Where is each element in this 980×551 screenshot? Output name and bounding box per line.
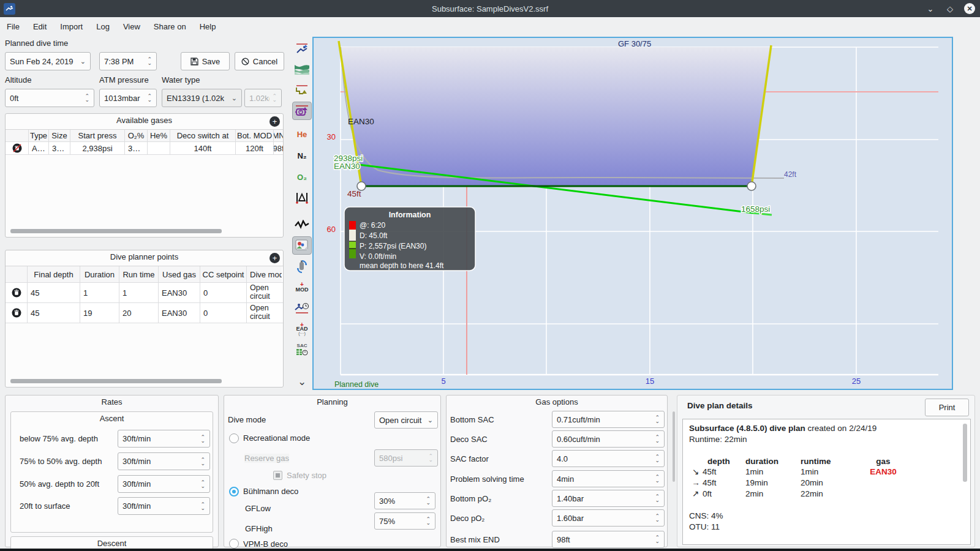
- time-tick-25: 25: [852, 377, 861, 386]
- he-icon: He: [297, 130, 307, 139]
- delete-point-icon[interactable]: [12, 308, 21, 318]
- gases-col-o2[interactable]: O₂%: [125, 130, 148, 141]
- dive-profile-chart[interactable]: GF 30/75 EAN30 2938psi EAN30 45ft 42ft 1…: [312, 37, 953, 390]
- toolbar-tissue-heatmap-button[interactable]: [292, 189, 312, 207]
- menu-file[interactable]: File: [0, 22, 26, 31]
- chevron-down-icon: ⌄: [428, 416, 433, 424]
- menu-view[interactable]: View: [116, 22, 147, 31]
- dive-point-handle[interactable]: [747, 182, 756, 190]
- points-col-depth[interactable]: Final depth: [28, 266, 80, 282]
- sac-factor-spinner[interactable]: 4.0 ⌃⌄: [552, 450, 665, 467]
- toolbar-salinity-button[interactable]: [292, 60, 312, 78]
- vpmb-deco-radio[interactable]: [229, 539, 239, 549]
- rate-spinner[interactable]: 30ft/min ⌃⌄: [118, 430, 210, 448]
- cancel-button[interactable]: Cancel: [235, 52, 284, 70]
- gases-col-he[interactable]: He%: [148, 130, 170, 141]
- sac-factor-label: SAC factor: [450, 454, 489, 463]
- rate-spinner[interactable]: 30ft/min ⌃⌄: [118, 452, 210, 470]
- dive-time-spinner[interactable]: 7:38 PM ⌃⌄: [99, 52, 157, 70]
- points-col-duration[interactable]: Duration: [80, 266, 119, 282]
- toolbar-tank-pressure-button[interactable]: [292, 102, 312, 120]
- points-col-gas[interactable]: Used gas: [159, 266, 200, 282]
- points-col-runtime[interactable]: Run time: [119, 266, 159, 282]
- atm-pressure-spinner[interactable]: 1013mbar ⌃⌄: [99, 89, 157, 107]
- plan-text-scrollbar[interactable]: [963, 424, 967, 482]
- gfhigh-label: GFHigh: [245, 524, 273, 533]
- save-button[interactable]: Save: [181, 52, 230, 70]
- menu-edit[interactable]: Edit: [26, 22, 53, 31]
- gflow-label: GFLow: [245, 504, 271, 513]
- toolbar-dc-runtime-button[interactable]: [292, 299, 312, 317]
- toolbar-dive-ascent-button[interactable]: [292, 39, 312, 58]
- points-hscrollbar[interactable]: [10, 379, 222, 383]
- water-waves-icon: [295, 64, 309, 75]
- bottom-po2-spinner[interactable]: 1.40bar ⌃⌄: [552, 490, 665, 507]
- toolbar-photos-button[interactable]: [292, 236, 312, 255]
- add-point-button[interactable]: +: [270, 253, 280, 263]
- spinner-arrows-icon[interactable]: ⌃⌄: [147, 58, 152, 65]
- remove-gas-disabled-icon[interactable]: [12, 143, 22, 153]
- depth-tick-30: 30: [327, 132, 336, 141]
- menu-share-on[interactable]: Share on: [147, 22, 193, 31]
- planner-point-row[interactable]: 45 1 1 EAN30 0 Open circuit: [6, 283, 283, 303]
- cancel-icon: [241, 58, 249, 66]
- gases-col-size[interactable]: Size: [49, 130, 70, 141]
- toolbar-collapse-button[interactable]: ⌄: [292, 372, 312, 391]
- gflow-spinner[interactable]: 30% ⌃⌄: [374, 492, 435, 509]
- rate-spinner[interactable]: 30ft/min ⌃⌄: [118, 497, 210, 515]
- water-type-combo[interactable]: EN13319 (1.02k⌄: [162, 89, 242, 107]
- points-col-setpoint[interactable]: CC setpoint: [200, 266, 247, 282]
- gas-row[interactable]: A… 3… 2,938psi 3… 140ft 120ft 98f: [6, 142, 283, 155]
- planner-point-row[interactable]: 45 19 20 EAN30 0 Open circuit: [6, 303, 283, 323]
- buhlmann-deco-radio[interactable]: [229, 487, 239, 497]
- recreational-mode-radio[interactable]: [229, 433, 239, 443]
- dive-date-combo[interactable]: Sun Feb 24, 2019⌄: [5, 52, 91, 70]
- toolbar-pp-n2-button[interactable]: N₂: [292, 146, 312, 165]
- print-button[interactable]: Print: [925, 399, 969, 416]
- toolbar-sac-button[interactable]: SAC: [292, 340, 312, 359]
- diver-clock-icon: [295, 301, 309, 315]
- menu-log[interactable]: Log: [89, 22, 116, 31]
- safety-stop-checkbox[interactable]: [273, 471, 282, 480]
- menu-import[interactable]: Import: [53, 22, 89, 31]
- problem-solving-time-spinner[interactable]: 4min ⌃⌄: [552, 470, 665, 487]
- deco-po2-spinner[interactable]: 1.60bar ⌃⌄: [552, 509, 665, 527]
- water-density-spinner: 1.02k( ⌃⌄: [244, 89, 282, 107]
- available-gases-group: Available gases + Type Size Start press …: [5, 113, 284, 238]
- chevron-down-icon: ⌄: [298, 375, 306, 388]
- gases-col-deco-switch[interactable]: Deco switch at: [170, 130, 236, 141]
- planner-points-title: Dive planner points: [6, 252, 283, 261]
- gases-col-startpress[interactable]: Start press: [70, 130, 125, 141]
- toolbar-gas-change-button[interactable]: [292, 257, 312, 276]
- deco-sac-spinner[interactable]: 0.60cuft/min ⌃⌄: [552, 430, 665, 448]
- chevron-down-icon: ⌄: [232, 94, 237, 102]
- toolbar-ead-button[interactable]: + EAD (···): [292, 320, 312, 338]
- toolbar-pp-he-button[interactable]: He: [292, 125, 312, 143]
- close-icon[interactable]: ✕: [964, 3, 975, 14]
- toolbar-heartrate-button[interactable]: [292, 216, 312, 234]
- delete-point-icon[interactable]: [12, 288, 21, 298]
- plan-deco-model: Deco model: Bühlmann ZHL-16C with GFLow …: [689, 544, 964, 545]
- gases-col-mod[interactable]: Bot. MOD: [236, 130, 274, 141]
- bottom-panel-scrollbar[interactable]: [673, 411, 675, 482]
- gfhigh-spinner[interactable]: 75% ⌃⌄: [374, 512, 435, 530]
- points-col-divemode[interactable]: Dive mode: [247, 266, 282, 282]
- minimize-icon[interactable]: ⌄: [925, 3, 936, 14]
- plan-table-header: depth duration runtime gas: [689, 456, 964, 467]
- add-gas-button[interactable]: +: [270, 116, 280, 127]
- rate-spinner[interactable]: 30ft/min ⌃⌄: [118, 475, 210, 493]
- menu-help[interactable]: Help: [193, 22, 223, 31]
- maximize-icon[interactable]: ◇: [944, 3, 956, 14]
- gas-options-panel: Gas options Bottom SAC 0.71cuft/min ⌃⌄ D…: [446, 395, 668, 547]
- altitude-spinner[interactable]: 0ft ⌃⌄: [5, 89, 94, 107]
- gases-col-type[interactable]: Type: [29, 130, 49, 141]
- dive-mode-combo[interactable]: Open circuit⌄: [374, 411, 438, 429]
- bottom-sac-spinner[interactable]: 0.71cuft/min ⌃⌄: [552, 411, 665, 428]
- toolbar-ceiling-button[interactable]: [292, 81, 312, 99]
- ceiling-steps-icon: [295, 84, 309, 96]
- toolbar-mod-button[interactable]: + MOD: [292, 278, 312, 296]
- best-mix-end-spinner[interactable]: 98ft ⌃⌄: [552, 531, 665, 548]
- toolbar-pp-o2-button[interactable]: O₂: [292, 168, 312, 186]
- gases-hscrollbar[interactable]: [10, 229, 222, 233]
- gases-col-mn[interactable]: MN: [274, 130, 283, 141]
